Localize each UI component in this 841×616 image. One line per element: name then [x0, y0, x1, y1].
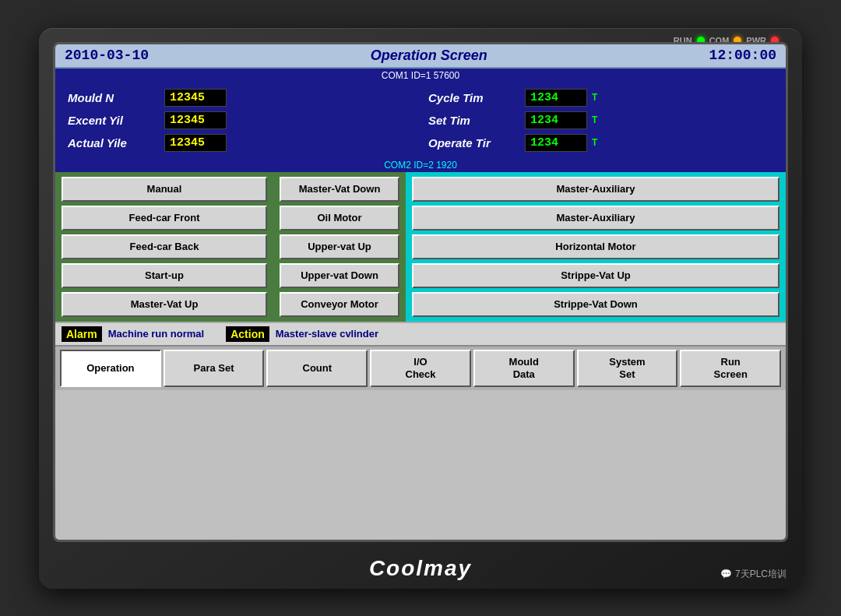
mould-n-value: 12345: [164, 89, 227, 107]
nav-mould-data-button[interactable]: MouldData: [473, 350, 575, 387]
buttons-area: Manual Feed-car Front Feed-car Back Star…: [55, 172, 786, 322]
start-up-button[interactable]: Start-up: [62, 263, 267, 288]
operate-tir-row: Operate Tir 1234 T: [428, 134, 773, 152]
buttons-right-column: Master-Auxiliary Master-Auxiliary Horizo…: [406, 172, 786, 322]
brand-name: Coolmay: [369, 556, 472, 580]
strippe-vat-down-button[interactable]: Strippe-Vat Down: [412, 292, 779, 317]
nav-run-screen-button[interactable]: RunScreen: [680, 350, 781, 387]
upper-vat-up-button[interactable]: Upper-vat Up: [280, 234, 399, 259]
actual-yile-value: 12345: [164, 134, 227, 152]
buttons-left-column: Manual Feed-car Front Feed-car Back Star…: [55, 172, 273, 322]
time-display: 12:00:00: [709, 48, 776, 63]
com1-bar: COM1 ID=1 57600: [55, 69, 786, 83]
wechat-icon: 💬: [720, 568, 732, 579]
mould-n-label: Mould N: [68, 91, 161, 104]
oil-motor-button[interactable]: Oil Motor: [280, 206, 399, 231]
cycle-tim-tag: T: [592, 92, 597, 103]
nav-count-button[interactable]: Count: [266, 350, 368, 387]
set-tim-value: 1234: [525, 111, 587, 129]
data-section: Mould N 12345 Excent Yil 12345 Actual Yi…: [55, 83, 786, 158]
upper-vat-down-button[interactable]: Upper-vat Down: [280, 263, 399, 288]
alarm-text: Machine run normal: [108, 328, 205, 340]
screen: 2010-03-10 Operation Screen 12:00:00 COM…: [53, 42, 788, 542]
master-vat-down-button[interactable]: Master-Vat Down: [280, 177, 399, 202]
device-body: RUN COM PWR 2010-03-10 Operation Screen …: [39, 28, 802, 589]
wechat-badge: 💬 7天PLC培训: [720, 568, 786, 581]
actual-yile-row: Actual Yile 12345: [68, 134, 413, 152]
strippe-vat-up-button[interactable]: Strippe-Vat Up: [412, 263, 779, 288]
set-tim-row: Set Tim 1234 T: [428, 111, 773, 129]
nav-operation-button[interactable]: Operation: [60, 350, 161, 387]
alarm-action-bar: Alarm Machine run normal Action Master-s…: [55, 322, 786, 345]
operate-tir-tag: T: [592, 137, 597, 148]
excent-yil-value: 12345: [164, 111, 227, 129]
top-bar: 2010-03-10 Operation Screen 12:00:00: [55, 44, 786, 69]
master-auxiliary-1-button[interactable]: Master-Auxiliary: [412, 177, 779, 202]
horizontal-motor-button[interactable]: Horizontal Motor: [412, 234, 779, 259]
feed-car-back-button[interactable]: Feed-car Back: [62, 234, 267, 259]
excent-yil-label: Excent Yil: [68, 114, 161, 127]
nav-system-set-button[interactable]: SystemSet: [577, 350, 678, 387]
mould-n-row: Mould N 12345: [68, 89, 413, 107]
buttons-mid-column: Master-Vat Down Oil Motor Upper-vat Up U…: [273, 172, 406, 322]
com2-bar: COM2 ID=2 1920: [55, 158, 786, 172]
cycle-tim-label: Cycle Tim: [428, 91, 522, 104]
brand-area: Coolmay: [369, 556, 472, 581]
nav-io-check-button[interactable]: I/OCheck: [370, 350, 471, 387]
nav-para-set-button[interactable]: Para Set: [164, 350, 265, 387]
master-vat-up-button[interactable]: Master-Vat Up: [62, 292, 267, 317]
wechat-text: 7天PLC培训: [735, 568, 786, 581]
screen-content: 2010-03-10 Operation Screen 12:00:00 COM…: [53, 42, 788, 542]
date-display: 2010-03-10: [65, 48, 149, 63]
operate-tir-label: Operate Tir: [428, 136, 522, 150]
conveyor-motor-button[interactable]: Conveyor Motor: [280, 292, 399, 317]
data-left-column: Mould N 12345 Excent Yil 12345 Actual Yi…: [68, 89, 413, 152]
set-tim-label: Set Tim: [428, 114, 522, 127]
action-text: Master-slave cvlinder: [276, 328, 378, 340]
master-auxiliary-2-button[interactable]: Master-Auxiliary: [412, 206, 779, 231]
action-label: Action: [226, 326, 269, 342]
set-tim-tag: T: [592, 114, 597, 125]
cycle-tim-value: 1234: [525, 89, 587, 107]
bottom-nav: Operation Para Set Count I/OCheck MouldD…: [55, 345, 786, 390]
cycle-tim-row: Cycle Tim 1234 T: [428, 89, 773, 107]
feed-car-front-button[interactable]: Feed-car Front: [62, 206, 267, 231]
excent-yil-row: Excent Yil 12345: [68, 111, 413, 129]
screen-title: Operation Screen: [371, 48, 487, 64]
manual-button[interactable]: Manual: [62, 177, 267, 202]
alarm-label: Alarm: [62, 326, 102, 342]
actual-yile-label: Actual Yile: [68, 136, 161, 150]
data-right-column: Cycle Tim 1234 T Set Tim 1234 T Operate …: [428, 89, 773, 152]
operate-tir-value: 1234: [525, 134, 587, 152]
